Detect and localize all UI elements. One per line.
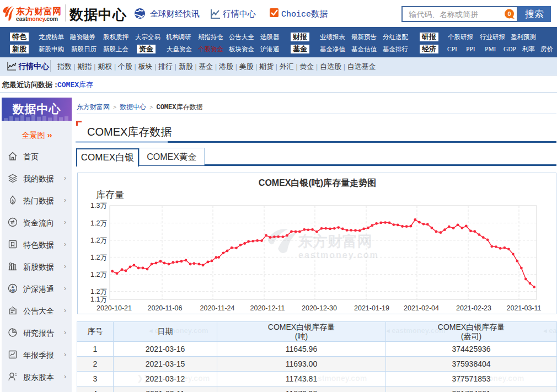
svg-text:1.2万: 1.2万 (90, 288, 107, 296)
svg-text:0: 0 (507, 10, 511, 17)
svg-text:2021-02-23: 2021-02-23 (456, 304, 491, 312)
svg-text:1.2万: 1.2万 (90, 254, 107, 261)
svg-text:2020-12-30: 2020-12-30 (302, 304, 337, 312)
svg-text:1.2万: 1.2万 (90, 219, 107, 227)
svg-text:2021-02-04: 2021-02-04 (404, 304, 439, 312)
svg-text:eastmoney.com: eastmoney.com (298, 250, 379, 260)
svg-text:1.2万: 1.2万 (90, 237, 107, 244)
svg-text:2020-10-21: 2020-10-21 (97, 304, 132, 312)
svg-text:1.3万: 1.3万 (90, 202, 107, 210)
svg-text:HK: HK (10, 288, 15, 292)
svg-text:2020-12-11: 2020-12-11 (250, 304, 285, 312)
svg-text:2021-01-19: 2021-01-19 (354, 304, 389, 312)
svg-text:1.2万: 1.2万 (90, 271, 107, 278)
svg-text:1.1万: 1.1万 (90, 296, 107, 303)
svg-text:2021-03-11: 2021-03-11 (506, 304, 541, 312)
svg-text:2020-11-24: 2020-11-24 (200, 304, 234, 312)
svg-text:2020-11-06: 2020-11-06 (147, 304, 182, 312)
svg-text:东方财富网: 东方财富网 (297, 233, 372, 250)
